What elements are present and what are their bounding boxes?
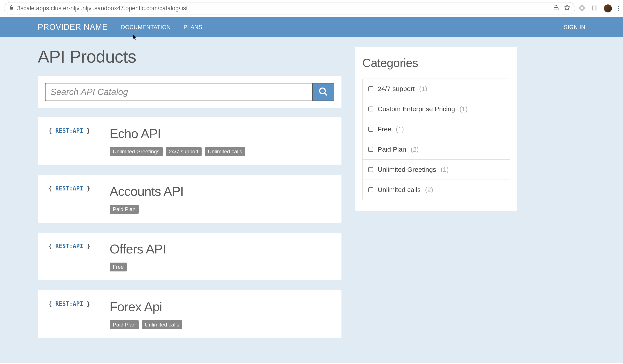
product-card[interactable]: { REST:API } Accounts API Paid Plan — [38, 175, 341, 223]
share-icon[interactable] — [553, 4, 559, 12]
api-type-badge: { REST:API } — [48, 184, 90, 214]
product-title: Offers API — [110, 241, 331, 256]
categories-panel: Categories 24/7 support (1) Custom Enter… — [355, 47, 517, 211]
tag[interactable]: 24/7 support — [166, 147, 201, 156]
category-item[interactable]: Unlimited calls (2) — [363, 180, 510, 200]
panel-icon[interactable] — [591, 5, 598, 12]
product-title: Accounts API — [110, 184, 331, 199]
category-item[interactable]: 24/7 support (1) — [363, 79, 510, 99]
tag[interactable]: Free — [110, 263, 127, 271]
svg-point-4 — [319, 88, 325, 94]
category-label: Free — [378, 125, 391, 133]
page-title: API Products — [38, 47, 341, 67]
api-type-badge: { REST:API } — [48, 126, 90, 156]
category-count: (1) — [396, 125, 404, 133]
category-count: (1) — [419, 85, 427, 93]
category-count: (2) — [411, 146, 419, 153]
search-button[interactable] — [312, 83, 334, 101]
search-panel — [38, 76, 341, 108]
nav-signin[interactable]: SIGN IN — [564, 24, 585, 30]
chrome-actions — [578, 4, 619, 12]
checkbox-icon[interactable] — [368, 107, 373, 111]
nav-documentation[interactable]: DOCUMENTATION — [121, 24, 171, 30]
avatar[interactable] — [604, 4, 612, 12]
categories-list: 24/7 support (1) Custom Enterprise Prici… — [362, 79, 510, 200]
search-icon — [318, 87, 328, 97]
checkbox-icon[interactable] — [368, 127, 373, 132]
tag[interactable]: Paid Plan — [110, 205, 139, 214]
product-tags: Paid Plan Unlimited calls — [110, 320, 331, 329]
checkbox-icon[interactable] — [368, 147, 373, 152]
checkbox-icon[interactable] — [368, 167, 373, 172]
category-item[interactable]: Custom Enterprise Pricing (1) — [363, 99, 510, 119]
svg-line-5 — [324, 93, 327, 95]
product-tags: Unlimited Greetings 24/7 support Unlimit… — [110, 147, 331, 156]
category-count: (1) — [441, 166, 449, 173]
tag[interactable]: Paid Plan — [110, 320, 139, 329]
extensions-icon[interactable] — [578, 5, 585, 12]
nav-links: DOCUMENTATION PLANS — [121, 24, 564, 30]
category-item[interactable]: Paid Plan (2) — [363, 139, 510, 160]
category-item[interactable]: Free (1) — [363, 119, 510, 139]
categories-title: Categories — [362, 56, 510, 70]
category-label: Unlimited calls — [378, 186, 421, 193]
url-actions — [553, 4, 570, 12]
product-title: Echo API — [110, 126, 331, 141]
nav-plans[interactable]: PLANS — [184, 24, 202, 30]
lock-icon — [9, 5, 14, 12]
api-type-badge: { REST:API } — [48, 299, 90, 329]
brand-logo[interactable]: PROVIDER NAME — [38, 22, 108, 32]
category-label: Custom Enterprise Pricing — [378, 105, 455, 113]
tag[interactable]: Unlimited Greetings — [110, 147, 163, 156]
browser-chrome: 3scale.apps.cluster-nljvl.nljvl.sandbox4… — [0, 0, 623, 17]
category-item[interactable]: Unlimited Greetings (1) — [363, 160, 510, 180]
category-label: Paid Plan — [378, 146, 406, 153]
product-tags: Free — [110, 263, 331, 271]
svg-marker-1 — [564, 5, 570, 10]
product-card[interactable]: { REST:API } Forex Api Paid Plan Unlimit… — [38, 290, 341, 338]
category-count: (1) — [459, 105, 467, 113]
star-icon[interactable] — [564, 4, 570, 12]
tag[interactable]: Unlimited calls — [205, 147, 245, 156]
product-title: Forex Api — [110, 299, 331, 314]
url-bar[interactable]: 3scale.apps.cluster-nljvl.nljvl.sandbox4… — [4, 2, 575, 14]
category-count: (2) — [425, 186, 433, 193]
product-tags: Paid Plan — [110, 205, 331, 214]
api-type-badge: { REST:API } — [48, 241, 90, 271]
chrome-menu-icon[interactable] — [618, 6, 619, 11]
product-card[interactable]: { REST:API } Offers API Free — [38, 233, 341, 280]
url-text: 3scale.apps.cluster-nljvl.nljvl.sandbox4… — [17, 5, 550, 12]
product-card[interactable]: { REST:API } Echo API Unlimited Greeting… — [38, 117, 341, 165]
category-label: 24/7 support — [378, 85, 415, 93]
category-label: Unlimited Greetings — [378, 166, 436, 173]
svg-rect-2 — [592, 6, 597, 10]
checkbox-icon[interactable] — [368, 187, 373, 192]
top-nav: PROVIDER NAME DOCUMENTATION PLANS SIGN I… — [0, 17, 623, 37]
tag[interactable]: Unlimited calls — [142, 320, 182, 329]
search-input[interactable] — [45, 83, 312, 101]
checkbox-icon[interactable] — [368, 86, 373, 91]
